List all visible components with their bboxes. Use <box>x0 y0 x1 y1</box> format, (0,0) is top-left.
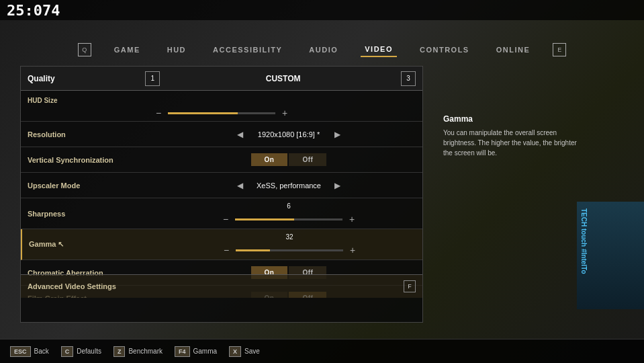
main-panel: Quality 1 CUSTOM 3 HUD Size − + Resoluti… <box>20 66 423 323</box>
nav-item-video[interactable]: VIDEO <box>361 42 397 57</box>
back-label: Back <box>34 348 49 355</box>
quality-num-right[interactable]: 3 <box>401 71 416 86</box>
vsync-on[interactable]: On <box>251 153 288 166</box>
info-title: Gamma <box>443 114 578 124</box>
nav-item-accessibility[interactable]: ACCESSIBILITY <box>209 43 286 56</box>
nav-item-audio[interactable]: AUDIO <box>305 43 342 56</box>
nav-item-online[interactable]: ONLINE <box>492 43 535 56</box>
settings-list: HUD Size − + Resolution ◀ 1920x1080 [16:… <box>21 91 422 298</box>
upscaler-control: ◀ XeSS, performance ▶ <box>162 181 416 190</box>
vsync-toggle: On Off <box>251 153 327 166</box>
hud-minus[interactable]: − <box>153 108 164 118</box>
hud-size-label: HUD Size <box>28 97 57 104</box>
action-gamma: F4 Gamma <box>175 346 217 357</box>
gamma-plus[interactable]: + <box>347 245 358 255</box>
hud-size-row: HUD Size − + <box>21 91 422 122</box>
action-defaults: C Defaults <box>61 346 101 357</box>
vsync-row: Vertical Synchronization On Off <box>21 147 422 173</box>
timer-display: 25:074 <box>7 2 60 19</box>
sharpness-value: 6 <box>287 202 291 210</box>
resolution-label: Resolution <box>28 130 162 138</box>
nav-icon-q[interactable]: Q <box>78 43 91 56</box>
advanced-settings-btn[interactable]: Advanced Video Settings F <box>21 274 422 298</box>
esc-key: ESC <box>10 346 31 357</box>
nav-icon-e[interactable]: E <box>553 43 566 56</box>
gamma-track[interactable] <box>236 249 343 251</box>
resolution-control: ◀ 1920x1080 [16:9] * ▶ <box>162 130 416 139</box>
x-key: X <box>229 346 241 357</box>
sharpness-row: Sharpness 6 − + <box>21 198 422 229</box>
bottom-bar: ESC Back C Defaults Z Benchmark F4 Gamma… <box>0 339 644 363</box>
f4-key: F4 <box>175 346 190 357</box>
defaults-label: Defaults <box>77 348 101 355</box>
upscaler-value: XeSS, performance <box>248 182 329 190</box>
gamma-control: 32 − + <box>163 233 416 255</box>
resolution-arrow-left[interactable]: ◀ <box>237 130 243 139</box>
action-save: X Save <box>229 346 260 357</box>
info-panel: Gamma You can manipulate the overall scr… <box>436 108 584 165</box>
sharpness-control: 6 − + <box>162 202 416 225</box>
gamma-value: 32 <box>285 233 293 241</box>
resolution-row: Resolution ◀ 1920x1080 [16:9] * ▶ <box>21 122 422 147</box>
upscaler-arrow-left[interactable]: ◀ <box>237 181 243 190</box>
resolution-arrow-right[interactable]: ▶ <box>334 130 340 139</box>
gamma-row: Gamma ↖ 32 − + <box>21 229 422 260</box>
c-key: C <box>61 346 74 357</box>
sharpness-plus[interactable]: + <box>347 214 357 225</box>
resolution-value: 1920x1080 [16:9] * <box>248 130 329 138</box>
nav-bar: Q GAME HUD ACCESSIBILITY AUDIO VIDEO CON… <box>0 37 644 63</box>
quality-label: Quality <box>28 74 145 83</box>
advanced-label: Advanced Video Settings <box>28 282 404 290</box>
upscaler-arrow-right[interactable]: ▶ <box>334 181 340 190</box>
upscaler-label: Upscaler Mode <box>28 182 162 190</box>
z-key: Z <box>113 346 126 357</box>
sharpness-track[interactable] <box>235 218 342 220</box>
sharpness-label: Sharpness <box>28 210 162 218</box>
quality-num-left[interactable]: 1 <box>145 71 160 86</box>
side-box-text: TECH touch #IntelTo <box>580 208 588 274</box>
hud-plus[interactable]: + <box>279 108 290 118</box>
action-benchmark: Z Benchmark <box>113 346 163 357</box>
benchmark-label: Benchmark <box>128 348 163 355</box>
timer-bar: 25:074 <box>0 0 644 20</box>
info-description: You can manipulate the overall screen br… <box>443 128 578 158</box>
right-side-decoration: TECH touch #IntelTo <box>577 202 644 309</box>
nav-item-hud[interactable]: HUD <box>163 43 190 56</box>
quality-header: Quality 1 CUSTOM 3 <box>21 67 422 91</box>
gamma-label: Gamma ↖ <box>29 240 163 249</box>
nav-item-controls[interactable]: CONTROLS <box>416 43 473 56</box>
gamma-action-label: Gamma <box>193 348 218 355</box>
vsync-control: On Off <box>162 153 416 166</box>
save-label: Save <box>244 348 260 355</box>
vsync-off[interactable]: Off <box>289 153 326 166</box>
nav-item-game[interactable]: GAME <box>110 43 144 56</box>
gamma-minus[interactable]: − <box>221 245 232 255</box>
advanced-f-key: F <box>404 280 416 292</box>
vsync-label: Vertical Synchronization <box>28 156 162 164</box>
sharpness-minus[interactable]: − <box>220 214 231 225</box>
upscaler-row: Upscaler Mode ◀ XeSS, performance ▶ <box>21 173 422 198</box>
action-back: ESC Back <box>10 346 49 357</box>
hud-size-slider[interactable]: − + <box>28 108 416 118</box>
quality-value: CUSTOM <box>165 74 401 83</box>
